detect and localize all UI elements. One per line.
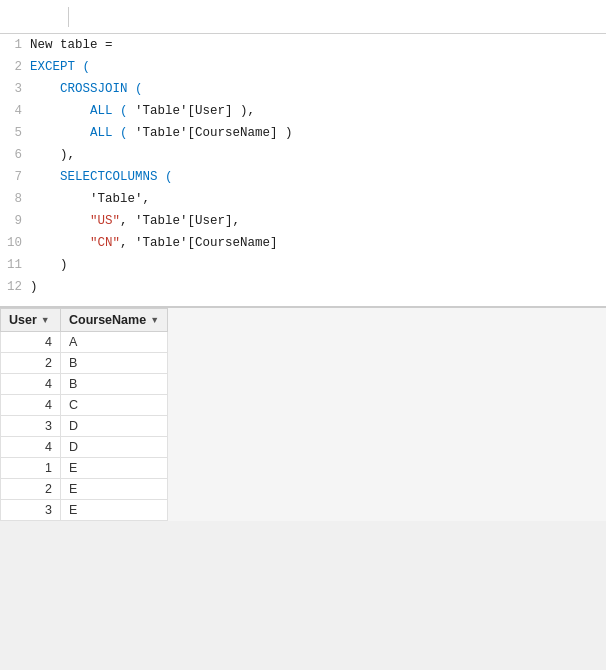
course-cell: A [61, 332, 168, 353]
column-label: User [9, 313, 37, 327]
user-cell: 2 [1, 479, 61, 500]
code-line: 12) [0, 280, 606, 302]
code-line: 5 ALL ( 'Table'[CourseName] ) [0, 126, 606, 148]
code-lines: 1New table =2EXCEPT (3 CROSSJOIN (4 ALL … [0, 34, 606, 306]
code-line: 3 CROSSJOIN ( [0, 82, 606, 104]
line-number: 3 [0, 82, 30, 96]
line-number: 8 [0, 192, 30, 206]
table-header: User▼CourseName▼ [1, 309, 168, 332]
table-row: 3D [1, 416, 168, 437]
line-text: ) [30, 280, 38, 294]
toolbar-divider [68, 7, 69, 27]
course-cell: D [61, 437, 168, 458]
table-row: 4C [1, 395, 168, 416]
column-header: User▼ [1, 309, 61, 332]
table-row: 4A [1, 332, 168, 353]
table-row: 2B [1, 353, 168, 374]
user-cell: 4 [1, 332, 61, 353]
table-row: 1E [1, 458, 168, 479]
line-text: ) [30, 258, 68, 272]
column-header: CourseName▼ [61, 309, 168, 332]
code-line: 8 'Table', [0, 192, 606, 214]
cancel-button[interactable] [8, 3, 36, 31]
code-line: 2EXCEPT ( [0, 60, 606, 82]
course-cell: B [61, 374, 168, 395]
line-number: 6 [0, 148, 30, 162]
line-number: 4 [0, 104, 30, 118]
line-text: CROSSJOIN ( [30, 82, 143, 96]
line-text: ), [30, 148, 75, 162]
user-cell: 4 [1, 437, 61, 458]
course-cell: B [61, 353, 168, 374]
line-number: 1 [0, 38, 30, 52]
line-text: 'Table', [30, 192, 150, 206]
column-dropdown-icon[interactable]: ▼ [150, 315, 159, 325]
code-line: 9 "US", 'Table'[User], [0, 214, 606, 236]
course-cell: E [61, 479, 168, 500]
code-line: 11 ) [0, 258, 606, 280]
line-text: ALL ( 'Table'[User] ), [30, 104, 255, 118]
course-cell: E [61, 500, 168, 521]
code-editor: 1New table =2EXCEPT (3 CROSSJOIN (4 ALL … [0, 34, 606, 308]
line-text: "CN", 'Table'[CourseName] [30, 236, 278, 250]
line-number: 7 [0, 170, 30, 184]
code-line: 10 "CN", 'Table'[CourseName] [0, 236, 606, 258]
user-cell: 3 [1, 416, 61, 437]
code-line: 4 ALL ( 'Table'[User] ), [0, 104, 606, 126]
course-cell: E [61, 458, 168, 479]
code-line: 1New table = [0, 38, 606, 60]
user-cell: 3 [1, 500, 61, 521]
user-cell: 1 [1, 458, 61, 479]
course-cell: D [61, 416, 168, 437]
header-row: User▼CourseName▼ [1, 309, 168, 332]
code-line: 7 SELECTCOLUMNS ( [0, 170, 606, 192]
line-text: ALL ( 'Table'[CourseName] ) [30, 126, 293, 140]
table-row: 4D [1, 437, 168, 458]
line-number: 2 [0, 60, 30, 74]
user-cell: 2 [1, 353, 61, 374]
line-text: New table = [30, 38, 113, 52]
line-number: 9 [0, 214, 30, 228]
user-cell: 4 [1, 374, 61, 395]
table-body: 4A2B4B4C3D4D1E2E3E [1, 332, 168, 521]
line-number: 12 [0, 280, 30, 294]
line-text: EXCEPT ( [30, 60, 90, 74]
line-number: 10 [0, 236, 30, 250]
user-cell: 4 [1, 395, 61, 416]
code-line: 6 ), [0, 148, 606, 170]
confirm-button[interactable] [36, 3, 64, 31]
column-label: CourseName [69, 313, 146, 327]
table-row: 4B [1, 374, 168, 395]
line-text: SELECTCOLUMNS ( [30, 170, 173, 184]
line-number: 5 [0, 126, 30, 140]
line-text: "US", 'Table'[User], [30, 214, 240, 228]
data-table: User▼CourseName▼ 4A2B4B4C3D4D1E2E3E [0, 308, 168, 521]
table-row: 3E [1, 500, 168, 521]
table-row: 2E [1, 479, 168, 500]
course-cell: C [61, 395, 168, 416]
line-number: 11 [0, 258, 30, 272]
column-dropdown-icon[interactable]: ▼ [41, 315, 50, 325]
table-area[interactable]: User▼CourseName▼ 4A2B4B4C3D4D1E2E3E [0, 308, 606, 521]
toolbar [0, 0, 606, 34]
